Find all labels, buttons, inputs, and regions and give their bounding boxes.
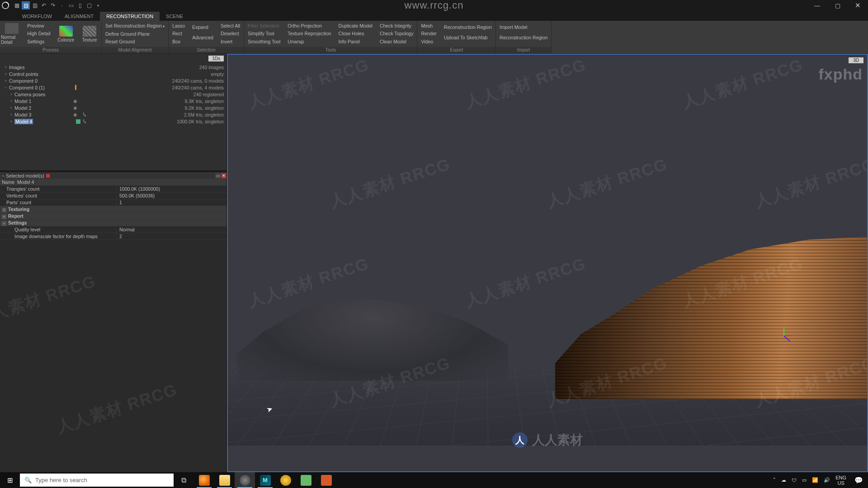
expand-button[interactable]: Expand: [192, 23, 213, 31]
component-bar-icon: [75, 85, 76, 90]
import-model-button[interactable]: Import Model: [500, 23, 547, 31]
export-mesh-button[interactable]: Mesh: [421, 22, 436, 30]
tree-component0[interactable]: +Component 0240/240 cams, 0 models: [4, 77, 224, 84]
qat-layout-3[interactable]: ▢: [85, 1, 93, 9]
qat-layout-1[interactable]: ▭: [67, 1, 75, 9]
taskbar-explorer[interactable]: [214, 472, 235, 488]
tree-component01[interactable]: −Component 0 (1)240/240 cams, 4 models: [4, 84, 224, 91]
tab-workflow[interactable]: WORKFLOW: [16, 12, 58, 21]
eye-icon[interactable]: [73, 119, 80, 124]
export-video-button[interactable]: Video: [421, 38, 436, 46]
qat-redo-icon[interactable]: ↷: [49, 1, 57, 9]
eye-icon[interactable]: ◉: [73, 99, 77, 103]
tree-camera-poses[interactable]: +Camera poses240 registered: [4, 91, 224, 98]
unwrap-button[interactable]: Unwrap: [288, 38, 331, 46]
3d-viewport[interactable]: 3D fxphd ➤ 人人素材 RRCG 人人素材 RRCG 人人素材 RRCG…: [227, 54, 868, 472]
tree-model3[interactable]: +Model 3◉tx2.5M tris, singleton: [4, 111, 224, 118]
search-placeholder: Type here to search: [35, 477, 87, 483]
advanced-button[interactable]: Advanced: [192, 34, 213, 42]
eye-icon[interactable]: ◉: [73, 105, 77, 110]
start-button[interactable]: ⊞: [0, 472, 20, 488]
downscale-row[interactable]: Image downscale factor for depth maps2: [0, 233, 226, 240]
svg-line-1: [228, 82, 867, 222]
taskbar-realitycapture[interactable]: [235, 472, 255, 488]
define-ground-button[interactable]: Define Ground Plane: [105, 30, 165, 38]
qat-btn-3[interactable]: ▥: [31, 1, 39, 9]
texture-reprojection-button[interactable]: Texture Reprojection: [288, 30, 331, 38]
upload-sketchfab-button[interactable]: Upload To Sketchfab: [444, 34, 492, 42]
reset-ground-button[interactable]: Reset Ground: [105, 38, 165, 46]
tray-notifications-icon[interactable]: 💬: [852, 472, 865, 488]
tray-battery-icon[interactable]: ▭: [802, 477, 807, 483]
duplicate-model-button[interactable]: Duplicate Model: [339, 22, 373, 30]
check-integrity-button[interactable]: Check Integrity: [380, 22, 414, 30]
windows-taskbar: ⊞ 🔍 Type here to search ⧉ M ˄ ☁ 🛡 ▭ 📶 🔊 …: [0, 472, 868, 488]
tray-cloud-icon[interactable]: ☁: [781, 477, 786, 483]
simplify-tool-button[interactable]: Simplify Tool: [248, 30, 280, 38]
tab-alignment[interactable]: ALIGNMENT: [58, 12, 100, 21]
group-import-label: Import: [496, 47, 551, 53]
properties-header[interactable]: − Selected model(s) ▭✕: [0, 172, 226, 179]
check-topology-button[interactable]: Check Topology: [380, 30, 414, 38]
taskbar-maya[interactable]: M: [255, 472, 275, 488]
qat-layout-2[interactable]: ▯: [76, 1, 84, 9]
close-holes-button[interactable]: Close Holes: [339, 30, 373, 38]
texturing-section[interactable]: +Texturing: [0, 206, 226, 213]
set-recon-region-button[interactable]: Set Reconstruction Region: [105, 22, 165, 30]
texture-button[interactable]: Texture: [78, 21, 101, 47]
select-all-button[interactable]: Select All: [221, 22, 240, 30]
tab-scene[interactable]: SCENE: [160, 12, 189, 21]
normal-detail-button[interactable]: Normal Detail: [0, 21, 24, 47]
tab-reconstruction[interactable]: RECONSTRUCTION: [100, 12, 160, 21]
high-detail-button[interactable]: High Detail: [27, 30, 50, 38]
clean-model-button[interactable]: Clean Model: [380, 38, 414, 46]
filter-selection-button[interactable]: Filter Selection: [248, 22, 280, 30]
tree-model1[interactable]: +Model 1◉9.3K tris, singleton: [4, 98, 224, 104]
taskbar-app6[interactable]: [296, 472, 316, 488]
report-section[interactable]: +Report: [0, 213, 226, 220]
tree-control-points[interactable]: +Control pointsempty: [4, 70, 224, 77]
lasso-button[interactable]: Lasso: [172, 22, 185, 30]
rect-button[interactable]: Rect: [172, 30, 185, 38]
minimize-button[interactable]: —: [807, 0, 827, 11]
export-render-button[interactable]: Render: [421, 30, 436, 38]
taskbar-app5[interactable]: [275, 472, 296, 488]
search-box[interactable]: 🔍 Type here to search: [20, 474, 174, 487]
qat-dropdown-icon[interactable]: ▾: [94, 1, 102, 9]
taskbar-firefox[interactable]: [194, 472, 214, 488]
panel-pin-icon[interactable]: ▭: [215, 173, 221, 178]
close-button[interactable]: ✕: [848, 0, 868, 11]
deselect-button[interactable]: Deselect: [221, 30, 240, 38]
settings-button[interactable]: Settings: [27, 38, 50, 46]
eye-icon[interactable]: ◉: [73, 112, 77, 117]
qat-btn-2[interactable]: ▤: [22, 1, 30, 9]
qat-undo-icon[interactable]: ↶: [40, 1, 48, 9]
tray-language[interactable]: ENGUS: [835, 475, 846, 486]
tree-view-tag[interactable]: 1Ds: [208, 56, 224, 61]
tray-chevron-icon[interactable]: ˄: [773, 477, 776, 483]
tree-model4[interactable]: +Model 4tx1000.0K tris, singleton: [4, 118, 224, 125]
taskbar-app7[interactable]: [316, 472, 336, 488]
qat-btn-1[interactable]: ▦: [13, 1, 21, 9]
task-view-button[interactable]: ⧉: [174, 472, 194, 488]
panel-close-icon[interactable]: ✕: [221, 173, 226, 178]
import-recon-region-button[interactable]: Reconstruction Region: [500, 34, 547, 42]
settings-section[interactable]: −Settings: [0, 220, 226, 226]
info-panel-button[interactable]: Info Panel: [339, 38, 373, 46]
tree-images[interactable]: +Images240 images: [4, 64, 224, 70]
box-button[interactable]: Box: [172, 38, 185, 46]
maximize-button[interactable]: ▢: [827, 0, 848, 11]
tree-model2[interactable]: +Model 2◉9.2K tris, singleton: [4, 104, 224, 111]
ortho-projection-button[interactable]: Ortho Projection: [288, 22, 331, 30]
tray-shield-icon[interactable]: 🛡: [792, 478, 797, 483]
invert-button[interactable]: Invert: [221, 38, 240, 46]
qat-sep: ·: [58, 1, 66, 9]
export-recon-region-button[interactable]: Reconstruction Region: [444, 23, 492, 31]
tray-volume-icon[interactable]: 🔊: [824, 477, 830, 483]
system-tray: ˄ ☁ 🛡 ▭ 📶 🔊 ENGUS 💬: [773, 472, 868, 488]
preview-button[interactable]: Preview: [27, 22, 50, 30]
tray-wifi-icon[interactable]: 📶: [812, 477, 818, 483]
colorize-button[interactable]: Colorize: [54, 21, 78, 47]
smoothing-tool-button[interactable]: Smoothing Tool: [248, 38, 280, 46]
quality-level-row[interactable]: Quality levelNormal: [0, 226, 226, 233]
